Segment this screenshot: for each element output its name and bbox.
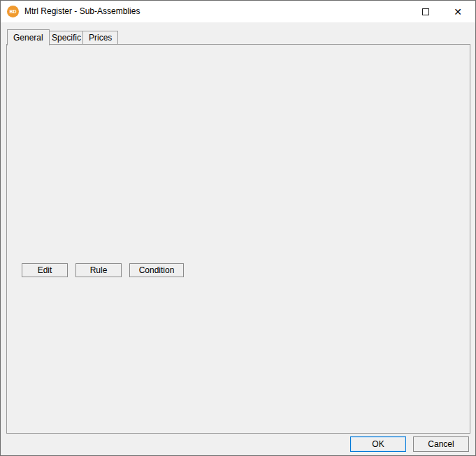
close-icon: ✕	[454, 6, 462, 17]
cancel-button[interactable]: Cancel	[413, 436, 469, 452]
maximize-button[interactable]	[410, 1, 442, 22]
dialog-window: BD Mtrl Register - Sub-Assemblies ✕ Gene…	[0, 0, 476, 456]
tab-general[interactable]: General	[7, 29, 50, 45]
window-title: Mtrl Register - Sub-Assemblies	[24, 1, 140, 22]
close-button[interactable]: ✕	[442, 1, 474, 22]
edit-button[interactable]: Edit	[22, 263, 68, 277]
app-icon: BD	[7, 6, 19, 17]
maximize-icon	[422, 8, 429, 15]
condition-button[interactable]: Condition	[129, 263, 184, 277]
title-bar[interactable]: BD Mtrl Register - Sub-Assemblies ✕	[1, 1, 475, 22]
ok-button[interactable]: OK	[350, 436, 406, 452]
tab-specific[interactable]: Specific	[45, 31, 87, 45]
tab-panel	[6, 44, 470, 434]
rule-button[interactable]: Rule	[75, 263, 122, 277]
tab-prices[interactable]: Prices	[82, 31, 118, 45]
